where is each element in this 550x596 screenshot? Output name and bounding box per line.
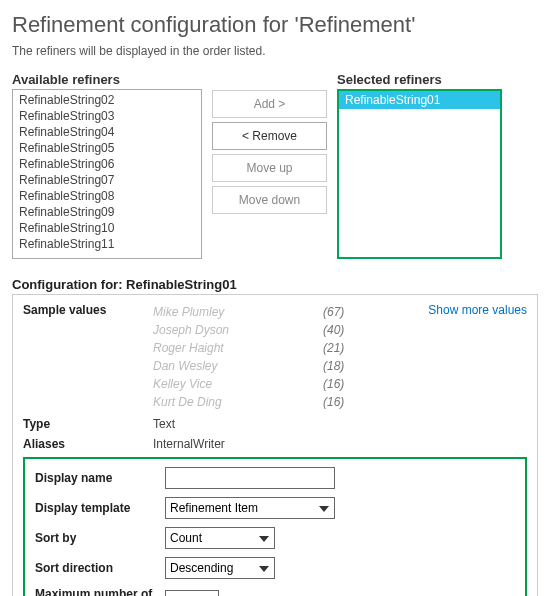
sample-values-label: Sample values: [23, 303, 153, 317]
list-item[interactable]: RefinableString08: [13, 188, 201, 204]
list-item[interactable]: RefinableString02: [13, 92, 201, 108]
max-values-label: Maximum number of refiner values:: [35, 587, 165, 596]
display-name-input[interactable]: [165, 467, 335, 489]
sort-by-select[interactable]: Count: [165, 527, 275, 549]
sample-count: (16): [323, 375, 363, 393]
display-name-label: Display name: [35, 471, 165, 485]
page-subtext: The refiners will be displayed in the or…: [12, 44, 538, 58]
selected-label: Selected refiners: [337, 72, 502, 87]
display-template-label: Display template: [35, 501, 165, 515]
list-item[interactable]: RefinableString05: [13, 140, 201, 156]
config-for-label: Configuration for: RefinableString01: [12, 277, 538, 292]
sample-count: (16): [323, 393, 363, 411]
sort-by-label: Sort by: [35, 531, 165, 545]
sort-direction-select[interactable]: Descending: [165, 557, 275, 579]
available-label: Available refiners: [12, 72, 202, 87]
list-item[interactable]: RefinableString09: [13, 204, 201, 220]
list-item[interactable]: RefinableString11: [13, 236, 201, 252]
movedown-button[interactable]: Move down: [212, 186, 327, 214]
show-more-link[interactable]: Show more values: [428, 303, 527, 317]
add-button[interactable]: Add >: [212, 90, 327, 118]
selected-column: Selected refiners RefinableString01: [337, 72, 502, 259]
list-item[interactable]: RefinableString06: [13, 156, 201, 172]
aliases-value: InternalWriter: [153, 437, 225, 451]
refiner-selectors: Available refiners RefinableString02 Ref…: [12, 72, 538, 259]
sample-name: Mike Plumley: [153, 303, 323, 321]
sample-count: (21): [323, 339, 363, 357]
move-buttons: Add > < Remove Move up Move down: [212, 90, 327, 214]
type-value: Text: [153, 417, 175, 431]
remove-button[interactable]: < Remove: [212, 122, 327, 150]
type-label: Type: [23, 417, 153, 431]
list-item[interactable]: RefinableString03: [13, 108, 201, 124]
sort-direction-label: Sort direction: [35, 561, 165, 575]
sample-count: (18): [323, 357, 363, 375]
list-item[interactable]: RefinableString10: [13, 220, 201, 236]
sample-name: Kurt De Ding: [153, 393, 323, 411]
moveup-button[interactable]: Move up: [212, 154, 327, 182]
refiner-settings-form: Display name Display template Refinement…: [23, 457, 527, 596]
available-column: Available refiners RefinableString02 Ref…: [12, 72, 202, 259]
max-values-input[interactable]: [165, 590, 219, 596]
available-listbox[interactable]: RefinableString02 RefinableString03 Refi…: [12, 89, 202, 259]
aliases-label: Aliases: [23, 437, 153, 451]
sample-name: Kelley Vice: [153, 375, 323, 393]
sample-count: (40): [323, 321, 363, 339]
sample-name: Roger Haight: [153, 339, 323, 357]
sample-values-table: Mike Plumley(67) Joseph Dyson(40) Roger …: [153, 303, 422, 411]
page-title: Refinement configuration for 'Refinement…: [12, 12, 538, 38]
sample-values: Sample values Mike Plumley(67) Joseph Dy…: [23, 303, 527, 411]
selected-listbox[interactable]: RefinableString01: [337, 89, 502, 259]
list-item[interactable]: RefinableString07: [13, 172, 201, 188]
list-item[interactable]: RefinableString04: [13, 124, 201, 140]
display-template-select[interactable]: Refinement Item: [165, 497, 335, 519]
sample-name: Dan Wesley: [153, 357, 323, 375]
sample-name: Joseph Dyson: [153, 321, 323, 339]
list-item[interactable]: RefinableString01: [339, 91, 500, 109]
sample-count: (67): [323, 303, 363, 321]
config-panel: Sample values Mike Plumley(67) Joseph Dy…: [12, 294, 538, 596]
